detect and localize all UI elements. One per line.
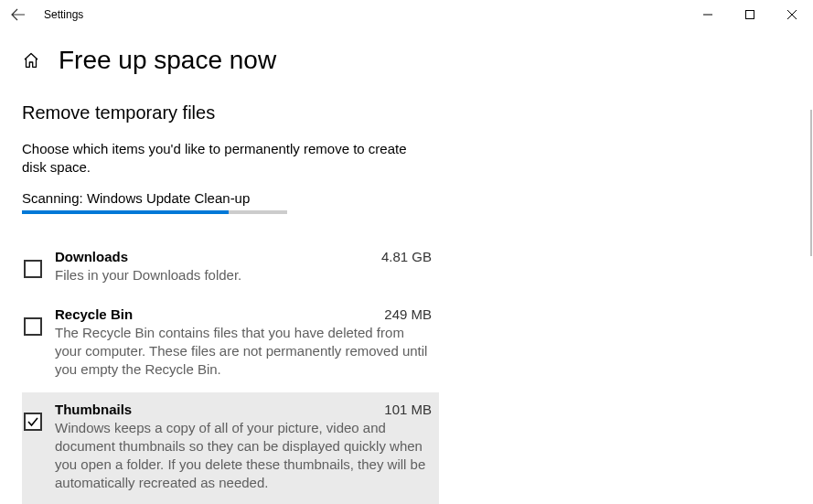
item-title: Downloads <box>55 249 128 264</box>
item-description: Windows keeps a copy of all of your pict… <box>55 419 432 493</box>
back-arrow-icon <box>11 7 26 22</box>
home-icon <box>23 52 39 69</box>
checkbox-column <box>24 402 55 493</box>
item-description: Files in your Downloads folder. <box>55 266 432 284</box>
section-title: Remove temporary files <box>22 102 430 123</box>
checkbox[interactable] <box>24 260 42 278</box>
window-controls <box>687 0 813 29</box>
page-header: Free up space now <box>0 29 813 75</box>
checkbox[interactable] <box>24 317 42 336</box>
item-size: 4.81 GB <box>381 249 432 264</box>
back-button[interactable] <box>0 0 37 29</box>
minimize-icon <box>703 10 712 19</box>
maximize-icon <box>745 10 754 19</box>
file-category-item[interactable]: Thumbnails101 MBWindows keeps a copy of … <box>22 392 439 505</box>
item-header: Thumbnails101 MB <box>55 402 432 417</box>
progress-bar <box>22 210 287 214</box>
checkbox[interactable] <box>24 413 42 431</box>
maximize-button[interactable] <box>729 0 771 29</box>
item-body: Recycle Bin249 MBThe Recycle Bin contain… <box>55 306 432 380</box>
close-icon <box>787 10 797 19</box>
checkmark-icon <box>27 415 39 428</box>
minimize-button[interactable] <box>687 0 729 29</box>
page-title: Free up space now <box>59 46 276 75</box>
home-button[interactable] <box>22 51 40 70</box>
main-content: Remove temporary files Choose which item… <box>0 75 430 504</box>
checkbox-column <box>24 249 55 284</box>
item-header: Downloads4.81 GB <box>55 249 432 264</box>
scan-status: Scanning: Windows Update Clean-up <box>22 190 430 206</box>
item-body: Thumbnails101 MBWindows keeps a copy of … <box>55 402 432 493</box>
item-header: Recycle Bin249 MB <box>55 306 432 322</box>
section-description: Choose which items you'd like to permane… <box>22 140 430 177</box>
progress-fill <box>22 210 229 214</box>
titlebar: Settings <box>0 0 813 29</box>
svg-rect-0 <box>746 11 754 19</box>
item-size: 101 MB <box>384 402 432 417</box>
item-size: 249 MB <box>384 306 432 322</box>
item-title: Recycle Bin <box>55 306 133 322</box>
file-category-item[interactable]: Recycle Bin249 MBThe Recycle Bin contain… <box>22 297 439 392</box>
scrollbar[interactable] <box>809 110 813 485</box>
item-title: Thumbnails <box>55 402 132 417</box>
scrollbar-thumb[interactable] <box>810 110 812 256</box>
item-description: The Recycle Bin contains files that you … <box>55 324 432 380</box>
checkbox-column <box>24 306 55 380</box>
close-button[interactable] <box>771 0 813 29</box>
app-title: Settings <box>37 8 83 21</box>
file-category-item[interactable]: Downloads4.81 GBFiles in your Downloads … <box>22 240 439 297</box>
item-body: Downloads4.81 GBFiles in your Downloads … <box>55 249 432 284</box>
